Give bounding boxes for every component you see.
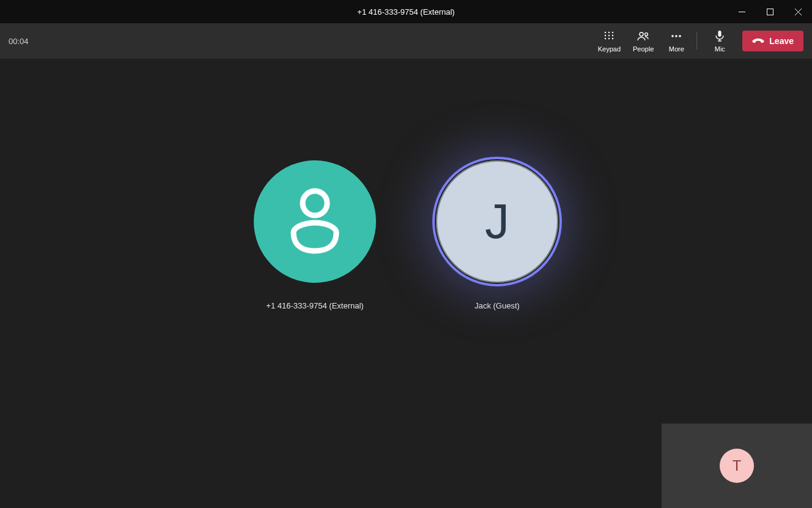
svg-rect-0: [767, 9, 773, 15]
people-label: People: [633, 45, 654, 53]
leave-label: Leave: [769, 36, 794, 46]
svg-point-10: [640, 32, 643, 36]
svg-point-13: [675, 35, 677, 37]
close-button[interactable]: [784, 0, 812, 23]
svg-point-3: [612, 32, 613, 33]
people-button[interactable]: People: [627, 23, 660, 59]
call-timer: 00:04: [9, 37, 29, 46]
svg-point-2: [608, 32, 610, 33]
avatar-wrap: J: [432, 157, 562, 286]
self-preview[interactable]: T: [662, 424, 812, 508]
avatar: J: [436, 160, 558, 283]
svg-point-1: [605, 32, 606, 33]
call-toolbar: 00:04 Keypad: [0, 23, 812, 59]
keypad-button[interactable]: Keypad: [592, 23, 627, 59]
mic-label: Mic: [715, 45, 725, 53]
toolbar-actions: Keypad People: [592, 23, 803, 59]
participant-tile[interactable]: +1 416-333-9754 (External): [242, 157, 388, 310]
close-icon: [795, 9, 802, 15]
avatar: [254, 160, 376, 283]
svg-rect-15: [718, 31, 722, 37]
keypad-label: Keypad: [598, 45, 621, 53]
window-controls: [728, 0, 812, 23]
toolbar-divider: [696, 32, 697, 50]
leave-button[interactable]: Leave: [742, 31, 803, 51]
svg-point-6: [612, 35, 613, 36]
call-window: +1 416-333-9754 (External) 00:04: [0, 0, 812, 508]
svg-point-8: [608, 38, 610, 39]
participant-tile[interactable]: J Jack (Guest): [424, 157, 570, 310]
self-avatar-initial: T: [733, 457, 742, 474]
maximize-icon: [767, 9, 773, 15]
svg-point-18: [303, 191, 327, 215]
more-label: More: [669, 45, 684, 53]
svg-point-4: [605, 35, 606, 36]
person-icon: [281, 185, 349, 258]
svg-point-9: [612, 38, 613, 39]
keypad-icon: [604, 29, 614, 43]
mic-icon: [715, 29, 724, 43]
svg-point-7: [605, 38, 606, 39]
svg-point-5: [608, 35, 610, 36]
call-stage: +1 416-333-9754 (External) J Jack (Guest…: [0, 59, 812, 508]
minimize-button[interactable]: [728, 0, 756, 23]
minimize-icon: [739, 9, 745, 15]
avatar-wrap: [250, 157, 380, 286]
titlebar: +1 416-333-9754 (External): [0, 0, 812, 23]
participant-name: Jack (Guest): [474, 301, 520, 310]
participant-name: +1 416-333-9754 (External): [266, 301, 363, 310]
self-avatar: T: [720, 449, 754, 483]
more-icon: [671, 29, 682, 43]
participants-container: +1 416-333-9754 (External) J Jack (Guest…: [0, 157, 812, 310]
mic-button[interactable]: Mic: [703, 23, 736, 59]
window-title: +1 416-333-9754 (External): [357, 7, 454, 17]
people-icon: [637, 29, 649, 43]
svg-point-11: [645, 33, 648, 36]
svg-point-12: [671, 35, 674, 37]
hangup-icon: [752, 37, 764, 45]
more-button[interactable]: More: [660, 23, 693, 59]
maximize-button[interactable]: [756, 0, 784, 23]
svg-point-14: [679, 35, 681, 37]
avatar-inner-ring: [436, 160, 558, 283]
